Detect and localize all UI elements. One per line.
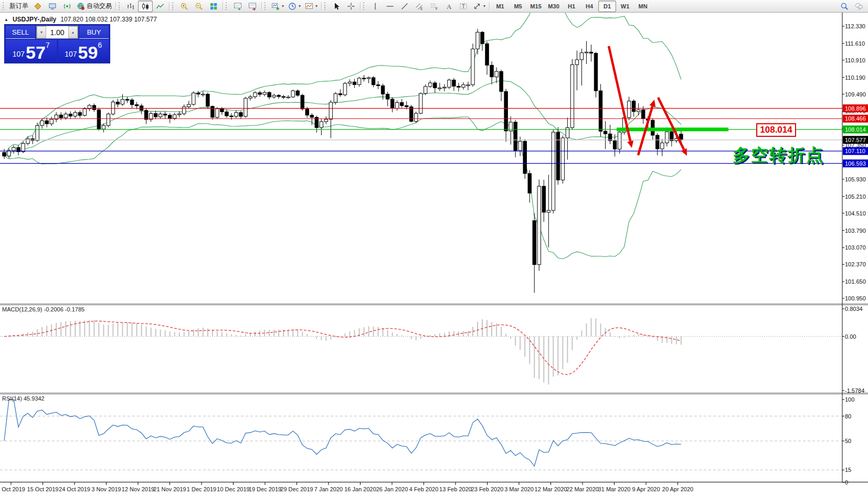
buy-price-sup: 6 <box>98 41 102 49</box>
svg-text:E: E <box>420 6 423 10</box>
ohlc-values: 107.820 108.032 107.339 107.577 <box>60 16 157 23</box>
timeframe-h4-button[interactable]: H4 <box>580 1 598 12</box>
sell-price[interactable]: 107 57 7 <box>6 40 57 62</box>
buy-button[interactable]: BUY <box>79 26 109 39</box>
volume-stepper[interactable]: ▼ 1.00 ▲ <box>36 26 78 39</box>
timeframe-mn-button[interactable]: MN <box>634 1 652 12</box>
svg-text:3 Mar 2020: 3 Mar 2020 <box>504 486 534 492</box>
horizontal-line-button[interactable] <box>383 1 397 12</box>
collapse-icon[interactable]: ▲ <box>4 17 8 22</box>
svg-text:-1.5784: -1.5784 <box>845 387 864 394</box>
chevron-down-icon: ▾ <box>483 4 485 8</box>
toolbar-grip <box>3 2 6 10</box>
macd-histogram <box>0 318 842 385</box>
cursor-button[interactable] <box>329 1 344 12</box>
search-icon[interactable] <box>837 1 852 12</box>
svg-text:80: 80 <box>845 413 851 419</box>
crosshair-button[interactable] <box>344 1 358 12</box>
line-chart-button[interactable] <box>153 1 167 12</box>
tile-windows-button[interactable] <box>206 1 221 12</box>
volume-up-icon[interactable]: ▲ <box>68 26 78 38</box>
svg-text:15: 15 <box>845 467 851 473</box>
volume-down-icon[interactable]: ▼ <box>37 26 46 38</box>
candles-layer <box>3 29 683 293</box>
svg-text:100.950: 100.950 <box>845 295 866 301</box>
svg-text:A: A <box>447 2 452 10</box>
bar-chart-button[interactable] <box>123 1 138 12</box>
timeframe-w1-button[interactable]: W1 <box>616 1 634 12</box>
svg-text:13 Feb 2020: 13 Feb 2020 <box>439 486 472 492</box>
svg-text:104.510: 104.510 <box>845 210 866 217</box>
new-order-button[interactable]: 新订单 <box>7 1 30 12</box>
svg-text:112.330: 112.330 <box>845 23 865 29</box>
main-toolbar: 新订单自动交易▾▾▾EFAT▾M1M5M15M30H1H4D1W1MN <box>0 0 868 13</box>
toolbar-grip <box>119 2 122 10</box>
signals-icon[interactable] <box>60 1 75 12</box>
sell-price-prefix: 107 <box>13 50 25 58</box>
timeframe-h1-button[interactable]: H1 <box>563 1 580 12</box>
candlestick-chart-button[interactable] <box>138 1 153 12</box>
vertical-line-button[interactable] <box>368 1 383 12</box>
buy-price-prefix: 107 <box>65 50 77 58</box>
volume-value[interactable]: 1.00 <box>46 26 68 38</box>
toolbar-grip <box>324 2 327 10</box>
toolbar-separator <box>321 2 322 10</box>
buy-price[interactable]: 107 59 6 <box>58 40 109 62</box>
svg-text:0.00: 0.00 <box>845 333 856 340</box>
zoom-out-button[interactable] <box>192 1 206 12</box>
chart-canvas[interactable]: 112.330111.610110.910110.190109.490108.7… <box>0 0 868 496</box>
chevron-down-icon: ▾ <box>315 4 317 8</box>
toolbar-separator <box>360 2 361 10</box>
svg-text:0.8034: 0.8034 <box>845 306 863 312</box>
date-axis[interactable]: 5 Oct 201915 Oct 201924 Oct 20193 Nov 20… <box>0 482 693 492</box>
chart-shift-button[interactable] <box>245 1 260 12</box>
timeframe-m30-button[interactable]: M30 <box>545 1 563 12</box>
svg-text:29 Dec 2019: 29 Dec 2019 <box>280 486 313 492</box>
zoom-in-button[interactable] <box>177 1 192 12</box>
autotrading-button[interactable]: 自动交易 <box>75 1 114 12</box>
fibonacci-button[interactable]: F <box>427 1 441 12</box>
svg-text:50: 50 <box>845 438 851 444</box>
svg-text:100: 100 <box>845 396 854 403</box>
svg-text:22 Mar 2020: 22 Mar 2020 <box>566 486 599 492</box>
templates-button[interactable]: ▾ <box>303 1 320 12</box>
svg-text:108.014: 108.014 <box>845 126 866 133</box>
svg-text:3 Nov 2019: 3 Nov 2019 <box>91 486 121 492</box>
turning-point-note[interactable]: 多空转折点 <box>733 144 824 167</box>
timeframe-m1-button[interactable]: M1 <box>491 1 509 12</box>
toolbar-grip <box>172 2 175 10</box>
price-axis[interactable]: 112.330111.610110.910110.190109.490108.7… <box>842 23 868 486</box>
chat-icon[interactable] <box>852 1 866 12</box>
timeframe-m5-button[interactable]: M5 <box>509 1 527 12</box>
label-button[interactable]: T <box>456 1 471 12</box>
svg-text:107.110: 107.110 <box>845 148 865 154</box>
svg-text:7 Jan 2020: 7 Jan 2020 <box>314 486 343 492</box>
svg-text:F: F <box>436 6 438 10</box>
svg-text:10 Dec 2019: 10 Dec 2019 <box>217 486 249 492</box>
periods-button[interactable]: ▾ <box>286 1 303 12</box>
arrows-button[interactable]: ▾ <box>471 1 488 12</box>
svg-text:19 Dec 2019: 19 Dec 2019 <box>249 486 281 492</box>
rsi-panel <box>0 400 842 470</box>
indicators-button[interactable]: ▾ <box>269 1 286 12</box>
channel-button[interactable]: E <box>412 1 427 12</box>
trendline-button[interactable] <box>397 1 412 12</box>
auto-scroll-button[interactable] <box>230 1 245 12</box>
timeframe-m15-button[interactable]: M15 <box>527 1 545 12</box>
svg-text:105.930: 105.930 <box>845 176 866 182</box>
timeframe-d1-button[interactable]: D1 <box>598 1 616 12</box>
sell-price-big: 57 <box>26 45 46 60</box>
one-click-trading-panel: SELL ▼ 1.00 ▲ BUY 107 57 7 107 59 6 <box>4 24 110 63</box>
toolbar-separator <box>489 2 490 10</box>
macd-indicator-label: MACD(12,26,9) -0.2006 -0.1785 <box>2 306 84 312</box>
text-button[interactable]: A <box>441 1 456 12</box>
chevron-down-icon: ▾ <box>282 4 284 8</box>
profiles-icon[interactable] <box>45 1 60 12</box>
svg-text:101.650: 101.650 <box>845 278 866 285</box>
sell-button[interactable]: SELL <box>6 26 35 39</box>
toolbar-separator <box>261 2 262 10</box>
svg-text:103.790: 103.790 <box>845 228 866 234</box>
svg-text:23 Feb 2020: 23 Feb 2020 <box>471 486 504 492</box>
charts-window-icon[interactable] <box>30 1 45 12</box>
price-callout-box[interactable]: 108.014 <box>756 123 796 137</box>
